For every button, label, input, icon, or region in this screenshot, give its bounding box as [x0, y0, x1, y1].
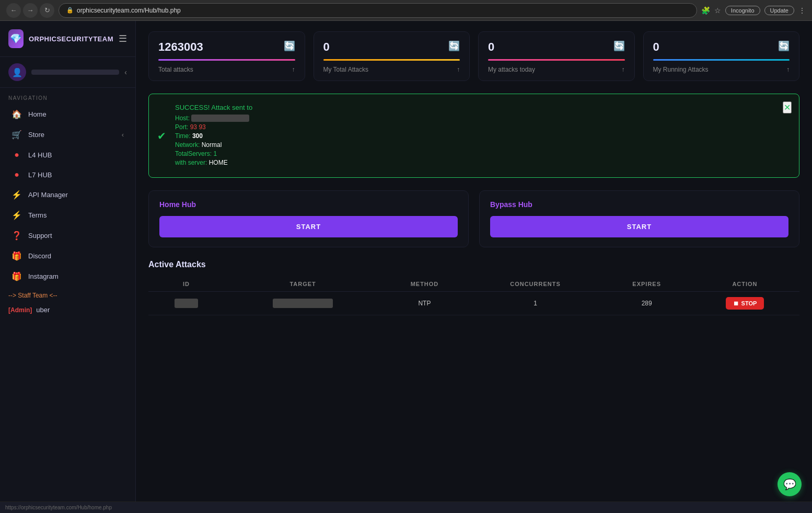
hamburger-icon[interactable]: ☰ — [119, 33, 127, 44]
chat-bubble[interactable]: 💬 — [778, 472, 802, 496]
extensions-icon[interactable]: 🧩 — [701, 6, 710, 15]
success-close-button[interactable]: ✕ — [783, 101, 792, 113]
sidebar-header: 💎 ORPHICSECURITYTEAM ☰ — [0, 21, 135, 57]
success-withserver-line: with server: HOME — [175, 159, 788, 166]
sidebar-item-discord[interactable]: 🎁 Discord — [3, 246, 132, 266]
sidebar-item-l7hub-label: L7 HUB — [28, 171, 52, 179]
success-title: SUCCESS! Attack sent to — [175, 104, 788, 111]
l7hub-icon: ● — [11, 170, 22, 179]
stat-card-total-attacks: 1263003 🔄 Total attacks ↑ — [148, 31, 305, 81]
sidebar-item-instagram[interactable]: 🎁 Instagram — [3, 267, 132, 286]
stat-value-running: 0 — [653, 40, 659, 54]
sidebar-item-l4hub[interactable]: ● L4 HUB — [3, 145, 132, 164]
sidebar-item-support[interactable]: ❓ Support — [3, 226, 132, 245]
host-value: ██████ — [191, 115, 249, 122]
browser-actions: 🧩 ☆ Incognito Update ⋮ — [701, 6, 806, 15]
sidebar-item-instagram-label: Instagram — [28, 272, 59, 280]
home-hub-panel: Home Hub START — [148, 190, 469, 247]
stat-arrow-today: ↑ — [622, 66, 625, 73]
status-bar: https://orphicsecurityteam.com/Hub/home.… — [0, 501, 812, 513]
port-val: 93 — [199, 123, 205, 131]
stat-label-today: My attacks today — [488, 66, 535, 73]
username-blurred — [31, 70, 119, 75]
sidebar-item-discord-label: Discord — [28, 252, 51, 260]
site-title: ORPHICSECURITYTEAM — [29, 35, 113, 43]
stat-label-my-total: My Total Attacks — [323, 66, 368, 73]
sidebar-item-store-label: Store — [28, 131, 44, 139]
sidebar-item-terms[interactable]: ⚡ Terms — [3, 206, 132, 225]
with-server-value: HOME — [209, 159, 228, 166]
app-wrapper: 💎 ORPHICSECURITYTEAM ☰ 👤 ‹ NAVIGATION 🏠 … — [0, 21, 812, 513]
home-icon: 🏠 — [11, 109, 22, 119]
stat-refresh-my-total[interactable]: 🔄 — [448, 40, 460, 52]
stat-bar-my-total — [323, 59, 460, 61]
forward-button[interactable]: → — [23, 3, 38, 18]
stat-refresh-today[interactable]: 🔄 — [613, 40, 625, 52]
address-bar[interactable]: 🔒 orphicsecurityteam.com/Hub/hub.php — [59, 3, 697, 18]
stat-value-today: 0 — [488, 40, 494, 54]
bypass-hub-start-button[interactable]: START — [490, 216, 788, 237]
home-hub-start-button[interactable]: START — [159, 216, 458, 237]
success-totalservers-line: TotalServers: 1 — [175, 150, 788, 157]
cell-expires: 289 — [603, 292, 690, 315]
col-method: METHOD — [381, 277, 467, 292]
stat-bar-total — [158, 59, 295, 61]
cell-target: 34.█████ — [224, 292, 381, 315]
port-value: 93 — [190, 123, 197, 131]
staff-member-name: uber — [36, 306, 50, 314]
cell-id: ██ — [148, 292, 224, 315]
sidebar-item-store[interactable]: 🛒 Store ‹ — [3, 125, 132, 144]
cell-method: NTP — [381, 292, 467, 315]
col-concurrents: CONCURRENTS — [468, 277, 604, 292]
stop-icon: ⏹ — [733, 300, 739, 306]
store-icon: 🛒 — [11, 130, 22, 140]
attacks-table-header: ID TARGET METHOD CONCURRENTS EXPIRES ACT… — [148, 277, 799, 292]
stat-value-total: 1263003 — [158, 40, 203, 54]
admin-badge: [Admin] — [8, 306, 32, 314]
instagram-icon: 🎁 — [11, 271, 22, 281]
attacks-table-body: ██ 34.█████ NTP 1 289 ⏹ STOP — [148, 292, 799, 315]
stat-arrow-running: ↑ — [786, 66, 790, 73]
sidebar-item-api[interactable]: ⚡ API Manager — [3, 185, 132, 204]
stat-arrow-total: ↑ — [292, 66, 295, 73]
stat-label-total: Total attacks — [158, 66, 193, 73]
host-blurred: ██████ — [191, 115, 249, 122]
success-network-line: Network: Normal — [175, 141, 788, 149]
cell-action: ⏹ STOP — [690, 292, 799, 315]
stat-card-today: 0 🔄 My attacks today ↑ — [478, 31, 635, 81]
lock-icon: 🔒 — [66, 7, 74, 14]
incognito-badge: Incognito — [725, 6, 760, 15]
browser-chrome: ← → ↻ 🔒 orphicsecurityteam.com/Hub/hub.p… — [0, 0, 812, 21]
col-action: ACTION — [690, 277, 799, 292]
sidebar-item-l4hub-label: L4 HUB — [28, 151, 52, 159]
time-value: 300 — [192, 132, 203, 140]
menu-icon[interactable]: ⋮ — [798, 6, 806, 15]
attacks-header-row: ID TARGET METHOD CONCURRENTS EXPIRES ACT… — [148, 277, 799, 292]
collapse-icon[interactable]: ‹ — [124, 68, 127, 76]
sidebar-user: 👤 ‹ — [0, 57, 135, 88]
discord-icon: 🎁 — [11, 251, 22, 261]
staff-team-divider: --> Staff Team <-- — [8, 292, 127, 299]
site-logo: 💎 — [8, 29, 24, 48]
stat-refresh-total[interactable]: 🔄 — [284, 40, 295, 52]
with-server-label: with server: — [175, 159, 207, 166]
avatar: 👤 — [8, 63, 26, 81]
table-row: ██ 34.█████ NTP 1 289 ⏹ STOP — [148, 292, 799, 315]
stat-refresh-running[interactable]: 🔄 — [778, 40, 790, 52]
browser-nav-buttons[interactable]: ← → ↻ — [6, 3, 54, 18]
sidebar-item-l7hub[interactable]: ● L7 HUB — [3, 165, 132, 184]
bookmark-icon[interactable]: ☆ — [714, 6, 721, 15]
time-label: Time: — [175, 132, 191, 140]
update-button[interactable]: Update — [764, 6, 794, 15]
home-hub-title: Home Hub — [159, 200, 458, 209]
attacks-table: ID TARGET METHOD CONCURRENTS EXPIRES ACT… — [148, 277, 799, 315]
active-attacks-title: Active Attacks — [148, 260, 799, 269]
sidebar-item-home[interactable]: 🏠 Home — [3, 105, 132, 124]
reload-button[interactable]: ↻ — [40, 3, 54, 18]
success-check-icon: ✔ — [157, 130, 166, 142]
staff-member-uber[interactable]: [Admin] uber — [0, 302, 135, 317]
terms-icon: ⚡ — [11, 210, 22, 220]
back-button[interactable]: ← — [6, 3, 21, 18]
stat-label-running: My Running Attacks — [653, 66, 709, 73]
stop-button[interactable]: ⏹ STOP — [726, 297, 764, 310]
